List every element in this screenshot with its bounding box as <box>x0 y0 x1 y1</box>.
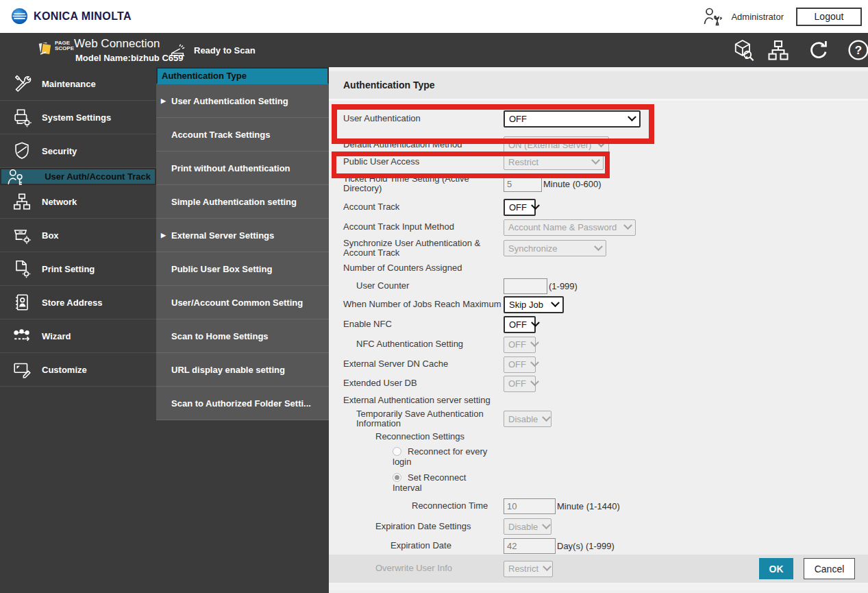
sidebar-item-label: Print Setting <box>42 264 95 274</box>
jobs-reach-maximum-select[interactable]: Skip Job <box>504 296 564 313</box>
sidebar-item-label: Security <box>42 146 77 156</box>
form-row-external-server-dn-cache: External Server DN Cache OFF <box>329 354 868 374</box>
form-row-reconnection-time: Reconnection Time Minute (1-1440) <box>329 496 868 516</box>
sidebar-item-customize[interactable]: Customize <box>0 353 156 387</box>
form-row-expiration-date: Expiration Date Day(s) (1-999) <box>329 537 868 555</box>
user-counter-input <box>504 278 547 294</box>
form-row-jobs-reach-maximum: When Number of Jobs Reach Maximum Skip J… <box>329 295 868 315</box>
sidebar-item-box[interactable]: Box <box>0 219 156 252</box>
form-row-reconnection-settings: Reconnection Settings <box>329 430 868 444</box>
logged-in-user: Administrator <box>731 12 784 22</box>
subnav-item-simple-authentication-setting[interactable]: Simple Authentication setting <box>156 185 329 219</box>
konica-minolta-logo: KONICA MINOLTA <box>11 8 132 25</box>
cancel-button[interactable]: Cancel <box>804 558 855 579</box>
user-authentication-select[interactable]: OFF <box>504 110 641 128</box>
chevron-down-icon <box>542 413 551 422</box>
overwrite-user-info-select: Restrict <box>504 561 553 577</box>
refresh-icon[interactable] <box>807 38 830 62</box>
form-row-ticket-hold-time: Ticket Hold Time Setting (Active Directo… <box>329 171 868 197</box>
system-settings-icon <box>12 107 32 128</box>
sidebar-item-print-setting[interactable]: Print Setting <box>0 252 156 286</box>
wizard-icon <box>12 326 32 346</box>
subnav-item-authentication-type[interactable]: Authentication Type <box>156 67 329 84</box>
sidebar-item-user-auth-account-track[interactable]: User Auth/Account Track <box>0 168 156 185</box>
sidebar-item-label: System Settings <box>42 112 111 123</box>
chevron-down-icon <box>591 156 600 165</box>
nfc-authentication-setting-select: OFF <box>504 337 536 353</box>
chevron-down-icon <box>597 138 606 147</box>
sidebar-item-maintenance[interactable]: Maintenance <box>0 67 156 101</box>
form-row-user-authentication: User Authentication OFF <box>329 101 868 136</box>
print-setting-icon <box>12 258 32 279</box>
sidebar-item-label: Wizard <box>42 331 71 341</box>
form-footer: Overwrite User Info Restrict OK Cancel <box>329 555 868 583</box>
sidebar-item-network[interactable]: Network <box>0 185 156 219</box>
subnav-item-label: Print without Authentication <box>171 163 290 173</box>
customize-icon <box>12 359 32 380</box>
brand-text: KONICA MINOLTA <box>34 10 132 23</box>
subnav-item-user-account-common-setting[interactable]: User/Account Common Setting <box>156 286 329 319</box>
subnav-item-label: Simple Authentication setting <box>171 197 297 207</box>
sidebar-item-label: Maintenance <box>42 79 96 89</box>
sidebar-item-wizard[interactable]: Wizard <box>0 319 156 353</box>
ticket-hold-time-input <box>504 176 542 192</box>
subnav-item-account-track-settings[interactable]: Account Track Settings <box>156 118 329 152</box>
logout-button[interactable]: Logout <box>796 8 862 26</box>
top-bar: KONICA MINOLTA Administrator Logout <box>0 0 868 33</box>
form-row-enable-nfc: Enable NFC OFF <box>329 315 868 335</box>
chevron-down-icon <box>530 338 539 347</box>
product-title: Web Connection <box>74 37 160 51</box>
form-row-expiration-date-settings: Expiration Date Settings Disable <box>329 516 868 537</box>
chevron-down-icon <box>531 201 540 210</box>
default-authentication-method-select: ON (External Server) <box>504 136 609 153</box>
sidebar-item-store-address[interactable]: Store Address <box>0 286 156 319</box>
form-row-external-auth-server-setting: External Authentication server setting <box>329 393 868 408</box>
help-icon[interactable]: ? <box>847 38 868 62</box>
form-row-number-of-counters: Number of Counters Assigned <box>329 259 868 277</box>
form-row-public-user-access: Public User Access Restrict <box>329 153 868 171</box>
sidebar-item-label: User Auth/Account Track <box>45 171 151 182</box>
globe-logo-icon <box>11 8 28 25</box>
form-row-temporarily-save-auth: Temporarily Save Authentication Informat… <box>329 408 868 430</box>
enable-nfc-select[interactable]: OFF <box>504 316 536 333</box>
subnav-item-scan-to-home-settings[interactable]: Scan to Home Settings <box>156 319 329 353</box>
form-row-account-track: Account Track OFF <box>329 197 868 217</box>
ok-button[interactable]: OK <box>759 558 793 579</box>
device-status-text: Ready to Scan <box>194 45 256 56</box>
sidebar-item-security[interactable]: Security <box>0 134 156 168</box>
administrator-icon <box>701 5 724 27</box>
device-information-icon[interactable]: ▲ <box>730 38 749 62</box>
chevron-down-icon <box>530 358 539 367</box>
account-track-input-method-select: Account Name & Password <box>504 219 636 236</box>
subnav-item-public-user-box-setting[interactable]: Public User Box Setting <box>156 252 329 286</box>
network-topology-icon[interactable] <box>766 38 791 62</box>
address-book-icon <box>12 292 32 313</box>
app-bar: PAGESCOPE Web Connection Model Name:bizh… <box>0 33 868 67</box>
sub-sidebar: Authentication Type ▶ User Authenticatio… <box>156 67 329 593</box>
temporarily-save-auth-select: Disable <box>504 411 551 427</box>
form-row-extended-user-db: Extended User DB OFF <box>329 374 868 393</box>
form-row-account-track-input-method: Account Track Input Method Account Name … <box>329 217 868 237</box>
chevron-down-icon <box>542 520 551 529</box>
main-sidebar: Maintenance System Settings Security <box>0 67 156 593</box>
subnav-item-print-without-authentication[interactable]: Print without Authentication <box>156 152 329 185</box>
synchronize-user-auth-account-track-select: Synchronize <box>504 240 606 256</box>
chevron-down-icon <box>623 221 632 230</box>
chevron-down-icon <box>531 318 540 327</box>
page-title: Authentication Type <box>329 71 868 101</box>
reconnect-every-login-radio <box>393 447 401 456</box>
subnav-item-scan-to-authorized-folder[interactable]: Scan to Authorized Folder Setti... <box>156 387 329 420</box>
subnav-item-url-display-enable-setting[interactable]: URL display enable setting <box>156 353 329 387</box>
device-info-caret-icon[interactable]: ▲ <box>744 54 749 60</box>
sidebar-item-system-settings[interactable]: System Settings <box>0 101 156 134</box>
expand-arrow-icon: ▶ <box>161 232 166 239</box>
main-content: Authentication Type User Authentication … <box>329 67 868 593</box>
subnav-item-user-authentication-setting[interactable]: ▶ User Authentication Setting <box>156 84 329 118</box>
chevron-down-icon <box>594 242 603 251</box>
public-user-access-select: Restrict <box>504 154 604 170</box>
expiration-date-settings-select: Disable <box>504 518 551 535</box>
account-track-select[interactable]: OFF <box>504 199 536 216</box>
model-name: Model Name:bizhub C659 <box>75 53 183 63</box>
box-icon <box>12 225 32 245</box>
subnav-item-external-server-settings[interactable]: ▶ External Server Settings <box>156 219 329 252</box>
